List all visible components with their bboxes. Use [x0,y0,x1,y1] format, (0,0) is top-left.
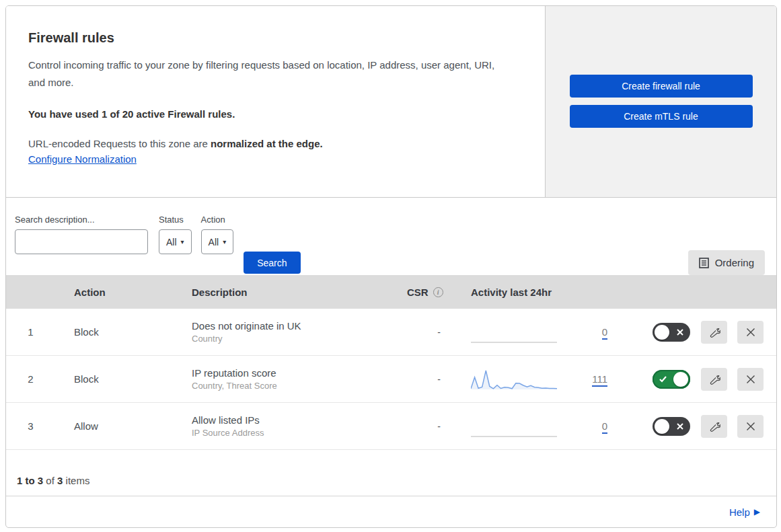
rule-description[interactable]: Allow listed IPs [192,414,407,426]
status-dropdown[interactable]: All ▾ [159,229,192,254]
rule-controls [653,415,776,438]
close-icon [745,421,756,432]
rule-description-cell: Does not originate in UK Country [192,320,407,344]
delete-rule-button[interactable] [737,321,764,344]
rule-description[interactable]: IP reputation score [192,367,407,379]
activity-count-link[interactable]: 0 [602,326,607,340]
create-rule-panel: Create firewall rule Create mTLS rule [545,6,776,197]
rule-action: Block [74,373,192,385]
wrench-icon [708,326,720,338]
search-label: Search description... [15,215,148,225]
activity-count-link[interactable]: 111 [592,373,607,387]
action-label: Action [201,215,234,225]
create-mtls-rule-button[interactable]: Create mTLS rule [570,105,753,128]
chevron-down-icon: ▾ [223,238,226,245]
of-text: of [43,475,57,486]
rule-action: Allow [74,420,192,432]
search-input-wrapper [15,229,148,254]
intro-section: Firewall rules Control incoming traffic … [6,6,776,198]
chevron-down-icon: ▾ [181,238,184,245]
activity-sparkline [471,368,557,391]
arrow-right-icon: ▶ [754,507,760,517]
normalization-note: URL-encoded Requests to this zone are no… [28,138,525,149]
intro-text-block: Firewall rules Control incoming traffic … [6,6,545,197]
activity-sparkline [471,415,557,438]
search-button[interactable]: Search [244,252,300,274]
toggle-state-icon [676,417,684,436]
csr-header-label: CSR [407,287,429,298]
description-column-header: Description [192,287,407,298]
wrench-icon [708,373,720,385]
rule-enabled-toggle[interactable] [653,417,690,436]
normalization-prefix: URL-encoded Requests to this zone are [28,138,211,149]
help-label: Help [729,506,750,518]
rule-activity-cell: 0 [471,321,653,344]
firewall-rules-card: Firewall rules Control incoming traffic … [5,5,777,528]
ordering-button[interactable]: Ordering [688,250,765,275]
configure-normalization-link[interactable]: Configure Normalization [28,153,137,165]
total-count: 3 [57,475,63,486]
table-row: 3 Allow Allow listed IPs IP Source Addre… [6,403,776,450]
rule-csr-value: - [407,327,471,338]
info-icon[interactable]: i [433,287,443,297]
activity-column-header: Activity last 24hr [471,287,653,298]
filter-toolbar: Search description... Status All ▾ [6,198,776,275]
table-header: Action Description CSR i Activity last 2… [6,275,776,309]
page-description: Control incoming traffic to your zone by… [28,56,506,91]
table-row: 2 Block IP reputation score Country, Thr… [6,356,776,403]
edit-rule-button[interactable] [701,321,727,344]
search-input[interactable] [25,237,147,248]
ordering-button-label: Ordering [715,257,754,268]
rule-enabled-toggle[interactable] [653,323,690,342]
activity-sparkline [471,321,557,344]
action-dropdown[interactable]: All ▾ [201,229,234,254]
rule-priority: 2 [6,373,74,385]
items-text: items [63,475,89,486]
rule-fields: Country, Threat Score [192,381,407,391]
rule-description[interactable]: Does not originate in UK [192,320,407,332]
action-dropdown-value: All [209,237,219,248]
toggle-knob [655,419,669,434]
action-column-header: Action [74,287,192,298]
delete-rule-button[interactable] [737,368,764,391]
status-dropdown-value: All [166,237,177,248]
toggle-knob [673,372,688,387]
pagination-summary: 1 to 3 of 3 items [6,450,776,496]
edit-rule-button[interactable] [701,415,727,438]
rule-fields: Country [192,334,407,344]
table-row: 1 Block Does not originate in UK Country… [6,309,776,356]
rule-description-cell: Allow listed IPs IP Source Address [192,414,407,438]
help-link[interactable]: Help ▶ [729,506,760,518]
range-text: 1 to 3 [17,475,43,486]
rule-csr-value: - [407,421,471,432]
delete-rule-button[interactable] [737,415,764,438]
rule-priority: 1 [6,326,74,338]
firewall-rules-page: Firewall rules Control incoming traffic … [0,0,781,532]
rule-fields: IP Source Address [192,428,407,438]
action-filter-group: Action All ▾ [201,215,234,254]
activity-count-link[interactable]: 0 [602,420,607,434]
rule-enabled-toggle[interactable] [653,370,690,389]
csr-column-header: CSR i [407,287,471,298]
page-title: Firewall rules [28,30,525,46]
toggle-knob [655,325,669,340]
usage-summary: You have used 1 of 20 active Firewall ru… [28,108,525,120]
rule-activity-cell: 111 [471,368,653,391]
toggle-state-icon [676,323,684,342]
close-icon [745,327,756,338]
wrench-icon [708,420,720,432]
help-footer: Help ▶ [6,496,776,527]
rule-description-cell: IP reputation score Country, Threat Scor… [192,367,407,391]
create-firewall-rule-button[interactable]: Create firewall rule [570,75,753,98]
rule-activity-cell: 0 [471,415,653,438]
edit-rule-button[interactable] [701,368,727,391]
status-label: Status [159,215,192,225]
rule-controls [653,368,776,391]
ordering-list-icon [699,258,709,268]
rule-csr-value: - [407,374,471,385]
rule-controls [653,321,776,344]
search-group: Search description... [15,215,148,254]
rule-priority: 3 [6,420,74,432]
normalization-bold: normalized at the edge. [211,138,323,149]
close-icon [745,374,756,385]
